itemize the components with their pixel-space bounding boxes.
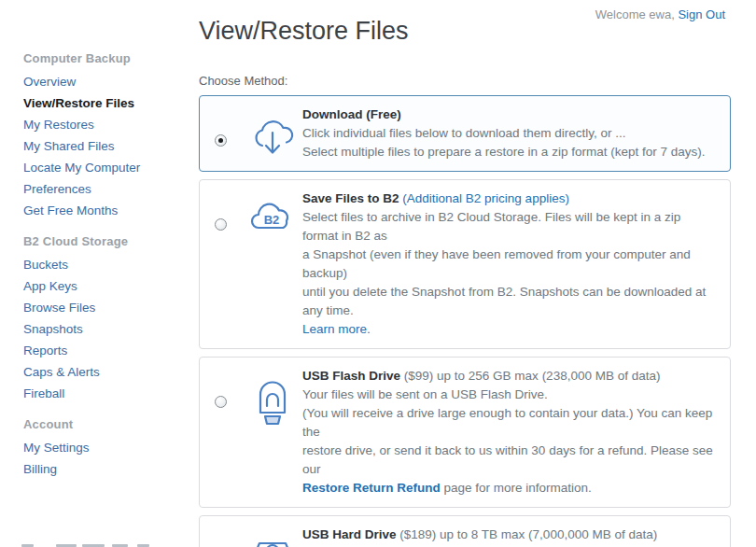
method-title-b2: Save Files to B2: [302, 191, 399, 205]
restore-return-refund-link[interactable]: Restore Return Refund: [302, 481, 441, 495]
method-desc-line: Your files will be sent on a USB Flash D…: [302, 386, 715, 404]
sidebar-item-snapshots[interactable]: Snapshots: [23, 323, 187, 336]
sidebar-section-computer-backup: Computer Backup Overview View/Restore Fi…: [23, 51, 187, 217]
choose-method-label: Choose Method:: [199, 74, 731, 88]
sidebar-item-fireball[interactable]: Fireball: [23, 387, 187, 400]
sidebar-item-preferences[interactable]: Preferences: [23, 183, 187, 196]
sidebar-item-locate-my-computer[interactable]: Locate My Computer: [23, 161, 187, 175]
method-text: USB Flash Drive ($99) up to 256 GB max (…: [302, 367, 715, 498]
method-title-usb-flash: USB Flash Drive: [302, 369, 400, 383]
sidebar-section-b2-cloud-storage: B2 Cloud Storage Buckets App Keys Browse…: [23, 234, 187, 400]
usb-flash-radio[interactable]: [215, 396, 227, 408]
main-content: View/Restore Files Choose Method: Downlo…: [199, 17, 731, 547]
sidebar-item-my-shared-files[interactable]: My Shared Files: [23, 140, 187, 153]
radio-column: [215, 395, 243, 412]
backblaze-app-window: Welcome ewa, Sign Out Computer Backup Ov…: [0, 0, 756, 547]
method-title-suffix: ($99) up to 256 GB max (238,000 MB of da…: [400, 369, 660, 383]
radio-column: [215, 133, 243, 150]
sidebar-section-title: B2 Cloud Storage: [23, 234, 187, 248]
method-card-usb-hard-drive[interactable]: USB Hard Drive ($189) up to 8 TB max (7,…: [199, 515, 731, 547]
method-desc-line: (You will receive a drive large enough t…: [302, 404, 715, 442]
sidebar-item-overview[interactable]: Overview: [23, 76, 187, 89]
sidebar-section-title: Computer Backup: [23, 51, 187, 65]
svg-text:B2: B2: [264, 213, 280, 227]
method-text: Download (Free) Click individual files b…: [302, 105, 715, 161]
radio-column: [215, 217, 243, 234]
method-desc-line: restore drive, or send it back to us wit…: [302, 442, 715, 479]
method-card-usb-flash-drive[interactable]: USB Flash Drive ($99) up to 256 GB max (…: [199, 357, 731, 508]
sidebar-item-my-settings[interactable]: My Settings: [23, 442, 187, 455]
method-title-usb-hard: USB Hard Drive: [302, 527, 397, 541]
sidebar-item-reports[interactable]: Reports: [23, 344, 187, 358]
method-desc-line: a Snapshot (even if they have been remov…: [302, 245, 715, 283]
sidebar-item-my-restores[interactable]: My Restores: [23, 119, 187, 132]
sidebar-item-billing[interactable]: Billing: [23, 463, 187, 476]
sidebar-section-account: Account My Settings Billing: [23, 417, 187, 476]
sidebar-item-get-free-months[interactable]: Get Free Months: [23, 204, 187, 217]
sidebar-item-browse-files[interactable]: Browse Files: [23, 302, 187, 315]
sidebar-item-view-restore-files[interactable]: View/Restore Files: [23, 97, 187, 110]
method-card-download[interactable]: Download (Free) Click individual files b…: [199, 95, 731, 172]
sidebar-item-app-keys[interactable]: App Keys: [23, 280, 187, 293]
method-desc-line: Click individual files below to download…: [302, 124, 715, 143]
method-text: Save Files to B2 (Additional B2 pricing …: [302, 189, 715, 339]
method-title-suffix: ($189) up to 8 TB max (7,000,000 MB of d…: [397, 527, 658, 541]
cloud-download-icon: [243, 117, 302, 160]
sidebar-section-title: Account: [23, 417, 187, 431]
method-card-save-to-b2[interactable]: B2 Save Files to B2 (Additional B2 prici…: [199, 179, 731, 349]
page-title: View/Restore Files: [199, 17, 731, 46]
method-desc-line: Select multiple files to prepare a resto…: [302, 143, 715, 161]
sidebar-item-caps-alerts[interactable]: Caps & Alerts: [23, 366, 187, 379]
download-radio[interactable]: [215, 134, 227, 147]
method-desc-line: until you delete the Snapshot from B2. S…: [302, 283, 715, 320]
b2-cloud-icon: B2: [243, 201, 302, 234]
b2-radio[interactable]: [215, 218, 227, 231]
clipped-text-fragments: [0, 543, 187, 547]
method-desc-line: Select files to archive in B2 Cloud Stor…: [302, 208, 715, 245]
sidebar-nav: Computer Backup Overview View/Restore Fi…: [23, 51, 187, 484]
usb-flash-drive-icon: [243, 378, 302, 427]
learn-more-link[interactable]: Learn more.: [302, 322, 371, 336]
method-title-download: Download (Free): [302, 107, 401, 121]
method-desc-line: page for more information.: [441, 481, 592, 495]
sidebar-item-buckets[interactable]: Buckets: [23, 259, 187, 272]
usb-hard-drive-icon: [243, 537, 302, 547]
method-text: USB Hard Drive ($189) up to 8 TB max (7,…: [302, 526, 715, 547]
b2-pricing-link[interactable]: (Additional B2 pricing applies): [399, 191, 569, 205]
